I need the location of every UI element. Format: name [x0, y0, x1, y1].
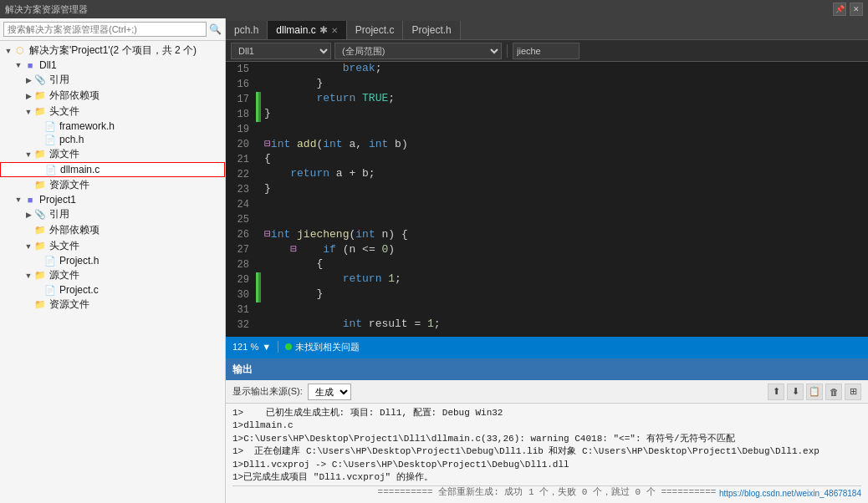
output-icon-4[interactable]: 🗑: [825, 384, 842, 400]
sidebar-item-label: Dll1: [39, 59, 57, 71]
sidebar-item-label: 引用: [49, 73, 69, 87]
line-code: }: [261, 287, 868, 302]
output-icon-5[interactable]: ⊞: [845, 384, 861, 400]
search-field[interactable]: [513, 43, 580, 59]
right-panel: pch.h dllmain.c ✱ ✕ Project.c Project.h …: [226, 18, 868, 503]
line-code: }: [261, 107, 868, 122]
close-button[interactable]: ✕: [850, 3, 863, 16]
scope-selector[interactable]: (全局范围): [334, 43, 502, 59]
code-line-20: 20 ⊟int add(int a, int b): [226, 137, 868, 152]
line-code: }: [261, 77, 868, 92]
line-code: [261, 197, 868, 212]
tab-dllmain[interactable]: dllmain.c ✱ ✕: [268, 21, 346, 39]
line-code: [261, 122, 868, 137]
tab-projectc[interactable]: Project.c: [347, 21, 404, 39]
sidebar-item-headers1[interactable]: ▼ 📁 头文件: [0, 104, 225, 119]
sidebar-item-sources1[interactable]: ▼ 📁 源文件: [0, 146, 225, 162]
tab-pch[interactable]: pch.h: [226, 21, 268, 39]
line-number: 32: [226, 318, 256, 333]
arrow-icon: ▶: [23, 92, 33, 100]
sidebar-item-refs2[interactable]: ▶ 📎 引用: [0, 206, 225, 222]
header-icon: 📄: [43, 256, 57, 267]
arrow-icon: ▼: [13, 196, 23, 204]
sidebar-item-headers2[interactable]: ▼ 📁 头文件: [0, 238, 225, 254]
line-code: [261, 302, 868, 318]
sidebar-item-dllmain[interactable]: 📄 dllmain.c: [0, 162, 225, 177]
sidebar-item-label: 资源文件: [49, 178, 89, 192]
sidebar-item-refs1[interactable]: ▶ 📎 引用: [0, 72, 225, 88]
line-code: }: [261, 182, 868, 197]
pin-button[interactable]: 📌: [833, 3, 846, 16]
output-icon-2[interactable]: ⬇: [787, 384, 804, 400]
output-icon-3[interactable]: 📋: [806, 384, 823, 400]
arrow-icon: ▼: [3, 47, 13, 55]
folder-icon: 📁: [33, 241, 47, 252]
code-area[interactable]: 15 break; 16 } 17 return TRUE;: [226, 62, 868, 337]
folder-icon: 📁: [33, 180, 47, 191]
folder-icon: 📁: [33, 149, 47, 160]
search-input[interactable]: [3, 22, 207, 37]
tab-close-button[interactable]: ✕: [331, 26, 338, 35]
sidebar-item-projecth[interactable]: 📄 Project.h: [0, 254, 225, 267]
line-number: 16: [226, 77, 256, 92]
line-number: 27: [226, 242, 256, 257]
file-selector[interactable]: Dll1: [231, 43, 331, 59]
output-header-label: 输出: [232, 363, 253, 377]
code-line-19: 19: [226, 122, 868, 137]
sidebar-item-label: pch.h: [59, 134, 84, 145]
code-line-27: 27 ⊟ if (n <= 0): [226, 242, 868, 257]
code-line-22: 22 return a + b;: [226, 167, 868, 182]
code-line-18: 18 }: [226, 107, 868, 122]
sidebar-item-extdeps1[interactable]: ▶ 📁 外部依赖项: [0, 88, 225, 104]
line-code: return a + b;: [261, 167, 868, 182]
zoom-value: 121 %: [232, 342, 258, 352]
code-line-28: 28 {: [226, 257, 868, 272]
code-line-16: 16 }: [226, 77, 868, 92]
code-line-17: 17 return TRUE;: [226, 92, 868, 107]
line-number: 30: [226, 287, 256, 302]
tab-label: dllmain.c: [276, 24, 315, 36]
sidebar-item-pch[interactable]: 📄 pch.h: [0, 133, 225, 146]
tab-bar: pch.h dllmain.c ✱ ✕ Project.c Project.h: [226, 18, 868, 40]
line-number: 18: [226, 107, 256, 122]
line-code: return TRUE;: [261, 92, 868, 107]
output-line-4: 1> 正在创建库 C:\Users\HP\Desktop\Project1\De…: [232, 445, 861, 458]
code-line-23: 23 }: [226, 182, 868, 197]
line-number: 28: [226, 257, 256, 272]
status-zoom[interactable]: 121 % ▼: [232, 342, 271, 352]
sidebar-item-label: dllmain.c: [60, 164, 100, 175]
folder-icon: 📁: [33, 225, 47, 236]
sidebar-item-extdeps2[interactable]: 📁 外部依赖项: [0, 222, 225, 238]
project-icon: ■: [23, 195, 37, 205]
code-line-15: 15 break;: [226, 62, 868, 77]
sidebar-item-projectc[interactable]: 📄 Project.c: [0, 283, 225, 297]
source-icon: 📄: [44, 165, 58, 175]
sidebar-item-solution[interactable]: ▼ ⬡ 解决方案'Project1'(2 个项目，共 2 个): [0, 43, 225, 58]
output-line-6: 1>已完成生成项目 "Dll1.vcxproj" 的操作。: [232, 471, 861, 484]
sidebar-item-sources2[interactable]: ▼ 📁 源文件: [0, 267, 225, 283]
sidebar-item-dll1[interactable]: ▼ ■ Dll1: [0, 58, 225, 72]
sidebar-item-project1[interactable]: ▼ ■ Project1: [0, 193, 225, 206]
code-content: 15 break; 16 } 17 return TRUE;: [226, 62, 868, 337]
arrow-icon: ▶: [23, 211, 33, 219]
line-number: 17: [226, 92, 256, 107]
status-separator: [278, 341, 278, 353]
watermark: https://blog.csdn.net/weixin_48678184: [719, 489, 861, 498]
output-toolbar: 显示输出来源(S): 生成 ⬆ ⬇ 📋 🗑 ⊞: [226, 380, 868, 404]
code-toolbar: Dll1 (全局范围): [226, 40, 868, 62]
line-number: 20: [226, 137, 256, 152]
sidebar-item-resources1[interactable]: 📁 资源文件: [0, 177, 225, 193]
tab-projecth[interactable]: Project.h: [403, 21, 460, 39]
line-number: 25: [226, 212, 256, 227]
output-icon-1[interactable]: ⬆: [768, 384, 784, 400]
toolbar-separator: [507, 44, 508, 58]
output-line-1: 1> 已初生成生成主机: 项目: Dll1, 配置: Debug Win32: [232, 407, 861, 419]
output-source-selector[interactable]: 生成: [308, 384, 351, 400]
folder-icon: 📁: [33, 299, 47, 310]
sidebar-item-framework[interactable]: 📄 framework.h: [0, 119, 225, 133]
sidebar-item-resources2[interactable]: 📁 资源文件: [0, 297, 225, 312]
zoom-arrow-icon: ▼: [262, 342, 271, 352]
line-code: ⊟int jiecheng(int n) {: [261, 227, 868, 242]
tab-label: Project.c: [355, 24, 395, 36]
line-number: 26: [226, 227, 256, 242]
